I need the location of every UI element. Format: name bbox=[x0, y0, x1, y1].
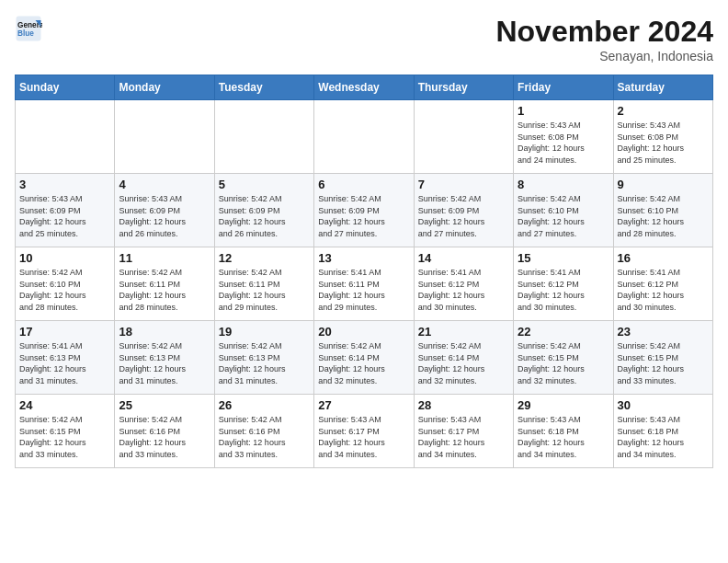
day-number: 4 bbox=[119, 178, 210, 191]
day-info: Sunrise: 5:42 AM Sunset: 6:15 PM Dayligh… bbox=[518, 340, 609, 386]
day-number: 29 bbox=[518, 398, 609, 412]
day-number: 21 bbox=[418, 325, 509, 339]
calendar-cell: 9Sunrise: 5:42 AM Sunset: 6:10 PM Daylig… bbox=[613, 174, 712, 247]
calendar-cell: 17Sunrise: 5:41 AM Sunset: 6:13 PM Dayli… bbox=[16, 321, 115, 395]
day-number: 22 bbox=[518, 325, 609, 339]
calendar-week-row: 17Sunrise: 5:41 AM Sunset: 6:13 PM Dayli… bbox=[16, 321, 713, 395]
day-info: Sunrise: 5:42 AM Sunset: 6:09 PM Dayligh… bbox=[418, 193, 509, 239]
day-info: Sunrise: 5:42 AM Sunset: 6:15 PM Dayligh… bbox=[19, 414, 110, 460]
day-number: 23 bbox=[618, 325, 709, 339]
day-info: Sunrise: 5:43 AM Sunset: 6:17 PM Dayligh… bbox=[318, 414, 409, 460]
calendar-cell: 27Sunrise: 5:43 AM Sunset: 6:17 PM Dayli… bbox=[314, 395, 414, 468]
day-number: 1 bbox=[518, 104, 609, 118]
calendar-cell: 29Sunrise: 5:43 AM Sunset: 6:18 PM Dayli… bbox=[514, 395, 613, 468]
day-number: 16 bbox=[618, 251, 709, 265]
header: General Blue November 2024 Senayan, Indo… bbox=[15, 15, 713, 63]
day-info: Sunrise: 5:41 AM Sunset: 6:12 PM Dayligh… bbox=[518, 267, 609, 313]
day-number: 12 bbox=[219, 251, 310, 265]
calendar-cell: 18Sunrise: 5:42 AM Sunset: 6:13 PM Dayli… bbox=[115, 321, 214, 395]
day-info: Sunrise: 5:43 AM Sunset: 6:09 PM Dayligh… bbox=[19, 193, 110, 239]
title-area: November 2024 Senayan, Indonesia bbox=[495, 15, 713, 63]
day-number: 25 bbox=[119, 398, 210, 412]
day-number: 24 bbox=[19, 398, 110, 412]
day-number: 7 bbox=[418, 178, 509, 191]
day-info: Sunrise: 5:42 AM Sunset: 6:09 PM Dayligh… bbox=[219, 193, 310, 239]
calendar-week-row: 3Sunrise: 5:43 AM Sunset: 6:09 PM Daylig… bbox=[16, 174, 713, 247]
day-number: 15 bbox=[518, 251, 609, 265]
day-number: 30 bbox=[618, 398, 709, 412]
logo: General Blue bbox=[15, 15, 42, 42]
calendar-cell: 15Sunrise: 5:41 AM Sunset: 6:12 PM Dayli… bbox=[514, 247, 613, 321]
weekday-header: Monday bbox=[115, 75, 214, 100]
weekday-header: Sunday bbox=[16, 75, 115, 100]
day-info: Sunrise: 5:43 AM Sunset: 6:18 PM Dayligh… bbox=[518, 414, 609, 460]
day-number: 6 bbox=[318, 178, 409, 191]
calendar-cell: 7Sunrise: 5:42 AM Sunset: 6:09 PM Daylig… bbox=[414, 174, 513, 247]
day-info: Sunrise: 5:42 AM Sunset: 6:10 PM Dayligh… bbox=[618, 193, 709, 239]
weekday-header: Thursday bbox=[414, 75, 513, 100]
day-info: Sunrise: 5:41 AM Sunset: 6:12 PM Dayligh… bbox=[618, 267, 709, 313]
day-number: 3 bbox=[19, 178, 110, 191]
calendar-cell: 5Sunrise: 5:42 AM Sunset: 6:09 PM Daylig… bbox=[214, 174, 313, 247]
calendar-cell: 24Sunrise: 5:42 AM Sunset: 6:15 PM Dayli… bbox=[16, 395, 115, 468]
calendar-cell bbox=[414, 100, 513, 174]
day-info: Sunrise: 5:43 AM Sunset: 6:09 PM Dayligh… bbox=[119, 193, 210, 239]
day-number: 2 bbox=[618, 104, 709, 118]
day-info: Sunrise: 5:43 AM Sunset: 6:17 PM Dayligh… bbox=[418, 414, 509, 460]
calendar-cell: 8Sunrise: 5:42 AM Sunset: 6:10 PM Daylig… bbox=[514, 174, 613, 247]
calendar-cell: 10Sunrise: 5:42 AM Sunset: 6:10 PM Dayli… bbox=[16, 247, 115, 321]
day-number: 18 bbox=[119, 325, 210, 339]
calendar-cell: 25Sunrise: 5:42 AM Sunset: 6:16 PM Dayli… bbox=[115, 395, 214, 468]
day-number: 9 bbox=[618, 178, 709, 191]
day-number: 27 bbox=[318, 398, 409, 412]
calendar-week-row: 1Sunrise: 5:43 AM Sunset: 6:08 PM Daylig… bbox=[16, 100, 713, 174]
day-number: 13 bbox=[318, 251, 409, 265]
location-subtitle: Senayan, Indonesia bbox=[495, 49, 713, 63]
day-number: 28 bbox=[418, 398, 509, 412]
day-info: Sunrise: 5:43 AM Sunset: 6:08 PM Dayligh… bbox=[518, 120, 609, 166]
calendar-cell bbox=[214, 100, 313, 174]
calendar-cell: 22Sunrise: 5:42 AM Sunset: 6:15 PM Dayli… bbox=[514, 321, 613, 395]
calendar-cell: 21Sunrise: 5:42 AM Sunset: 6:14 PM Dayli… bbox=[414, 321, 513, 395]
day-info: Sunrise: 5:42 AM Sunset: 6:13 PM Dayligh… bbox=[219, 340, 310, 386]
day-info: Sunrise: 5:43 AM Sunset: 6:08 PM Dayligh… bbox=[618, 120, 709, 166]
calendar-cell: 13Sunrise: 5:41 AM Sunset: 6:11 PM Dayli… bbox=[314, 247, 414, 321]
calendar-cell bbox=[115, 100, 214, 174]
calendar-cell: 26Sunrise: 5:42 AM Sunset: 6:16 PM Dayli… bbox=[214, 395, 313, 468]
weekday-header: Friday bbox=[514, 75, 613, 100]
weekday-header: Saturday bbox=[613, 75, 712, 100]
day-info: Sunrise: 5:42 AM Sunset: 6:15 PM Dayligh… bbox=[618, 340, 709, 386]
day-number: 20 bbox=[318, 325, 409, 339]
svg-text:Blue: Blue bbox=[17, 29, 34, 38]
day-number: 8 bbox=[518, 178, 609, 191]
day-number: 11 bbox=[119, 251, 210, 265]
calendar-cell: 30Sunrise: 5:43 AM Sunset: 6:18 PM Dayli… bbox=[613, 395, 712, 468]
day-info: Sunrise: 5:42 AM Sunset: 6:10 PM Dayligh… bbox=[518, 193, 609, 239]
calendar-cell: 1Sunrise: 5:43 AM Sunset: 6:08 PM Daylig… bbox=[514, 100, 613, 174]
day-info: Sunrise: 5:43 AM Sunset: 6:18 PM Dayligh… bbox=[618, 414, 709, 460]
calendar-cell: 16Sunrise: 5:41 AM Sunset: 6:12 PM Dayli… bbox=[613, 247, 712, 321]
calendar-week-row: 10Sunrise: 5:42 AM Sunset: 6:10 PM Dayli… bbox=[16, 247, 713, 321]
logo-icon: General Blue bbox=[15, 15, 42, 42]
day-info: Sunrise: 5:42 AM Sunset: 6:10 PM Dayligh… bbox=[19, 267, 110, 313]
calendar-cell: 2Sunrise: 5:43 AM Sunset: 6:08 PM Daylig… bbox=[613, 100, 712, 174]
calendar-cell: 11Sunrise: 5:42 AM Sunset: 6:11 PM Dayli… bbox=[115, 247, 214, 321]
day-number: 5 bbox=[219, 178, 310, 191]
calendar-cell: 20Sunrise: 5:42 AM Sunset: 6:14 PM Dayli… bbox=[314, 321, 414, 395]
weekday-header: Tuesday bbox=[214, 75, 313, 100]
calendar-cell: 4Sunrise: 5:43 AM Sunset: 6:09 PM Daylig… bbox=[115, 174, 214, 247]
calendar: SundayMondayTuesdayWednesdayThursdayFrid… bbox=[15, 75, 713, 468]
day-info: Sunrise: 5:42 AM Sunset: 6:14 PM Dayligh… bbox=[418, 340, 509, 386]
weekday-header: Wednesday bbox=[314, 75, 414, 100]
day-info: Sunrise: 5:41 AM Sunset: 6:12 PM Dayligh… bbox=[418, 267, 509, 313]
calendar-cell bbox=[314, 100, 414, 174]
day-info: Sunrise: 5:42 AM Sunset: 6:13 PM Dayligh… bbox=[119, 340, 210, 386]
day-info: Sunrise: 5:42 AM Sunset: 6:11 PM Dayligh… bbox=[219, 267, 310, 313]
day-info: Sunrise: 5:42 AM Sunset: 6:14 PM Dayligh… bbox=[318, 340, 409, 386]
calendar-cell: 12Sunrise: 5:42 AM Sunset: 6:11 PM Dayli… bbox=[214, 247, 313, 321]
day-info: Sunrise: 5:42 AM Sunset: 6:11 PM Dayligh… bbox=[119, 267, 210, 313]
month-title: November 2024 bbox=[495, 15, 713, 49]
weekday-header-row: SundayMondayTuesdayWednesdayThursdayFrid… bbox=[16, 75, 713, 100]
calendar-cell: 28Sunrise: 5:43 AM Sunset: 6:17 PM Dayli… bbox=[414, 395, 513, 468]
day-number: 10 bbox=[19, 251, 110, 265]
